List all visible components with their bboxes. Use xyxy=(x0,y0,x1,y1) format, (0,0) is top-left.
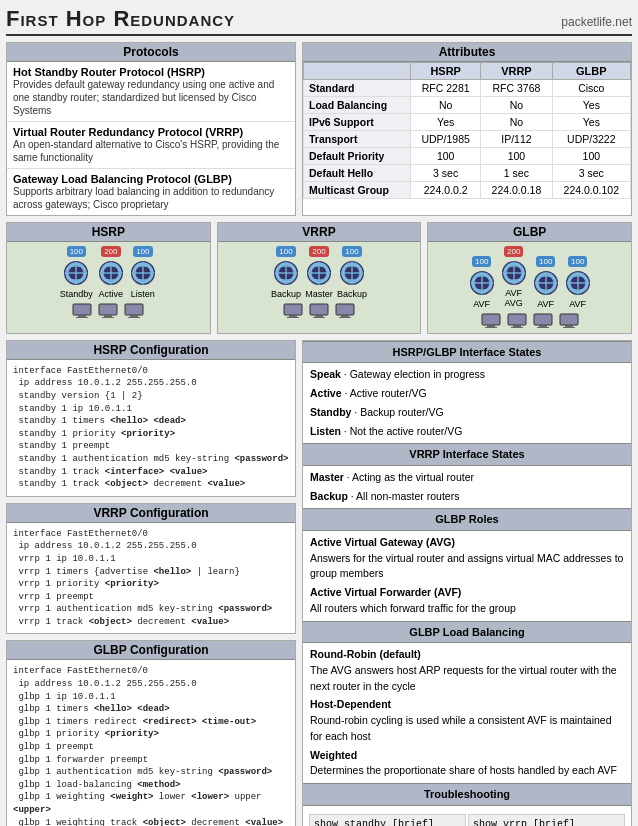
hsrp-config-box: HSRP Configuration interface FastEtherne… xyxy=(6,340,296,497)
state-listen-term: Listen xyxy=(310,425,341,437)
svg-rect-64 xyxy=(534,314,552,325)
lb-hostdep: Host-Dependent Round-robin cycling is us… xyxy=(310,697,624,744)
glbp-avf3-label: AVF xyxy=(569,299,586,309)
hsrp-listen-label: Listen xyxy=(131,289,155,299)
vrrp-backup1-label: Backup xyxy=(271,289,301,299)
attr-col-glbp: GLBP xyxy=(552,63,630,80)
glbp-diag-content: 100 AVF 200 xyxy=(432,246,627,309)
vrrp-config-code: interface FastEthernet0/0 ip address 10.… xyxy=(7,523,295,634)
state-listen: Listen · Not the active router/VG xyxy=(310,424,624,440)
protocol-hsrp-name: Hot Standby Router Protocol (HSRP) xyxy=(13,66,289,78)
svg-rect-20 xyxy=(128,317,140,318)
trouble-cmd-2: show vrrp [brief] xyxy=(468,814,625,826)
glbp-avf3-icon xyxy=(564,269,592,297)
glbp-diag-header: GLBP xyxy=(428,223,631,242)
glbp-diagram: GLBP 100 AVF 200 xyxy=(427,222,632,334)
svg-rect-17 xyxy=(102,317,114,318)
attr-row: IPv6 SupportYesNoYes xyxy=(304,114,631,131)
page: First Hop Redundancy packetlife.net Prot… xyxy=(0,0,638,826)
svg-rect-16 xyxy=(104,315,112,317)
lb-weighted-desc: Determines the proportionate share of ho… xyxy=(310,763,624,779)
state-standby: Standby · Backup router/VG xyxy=(310,405,624,421)
svg-rect-37 xyxy=(315,315,323,317)
vrrp-backup1-speed: 100 xyxy=(276,246,295,257)
svg-rect-66 xyxy=(537,327,549,328)
vrrp-computers xyxy=(222,303,417,319)
lb-roundrobin-desc: The AVG answers host ARP requests for th… xyxy=(310,663,624,695)
state-standby-term: Standby xyxy=(310,406,351,418)
trouble-cmd-1: show standby [brief] xyxy=(309,814,466,826)
state-listen-desc: · Not the active router/VG xyxy=(341,425,462,437)
svg-rect-12 xyxy=(73,304,91,315)
protocol-glbp: Gateway Load Balancing Protocol (GLBP) S… xyxy=(7,169,295,215)
glbp-avf2-label: AVF xyxy=(537,299,554,309)
vrrp-computer-2 xyxy=(309,303,329,319)
state-backup-term: Backup xyxy=(310,490,348,502)
state-backup: Backup · All non-master routers xyxy=(310,489,624,505)
hsrp-config-code: interface FastEthernet0/0 ip address 10.… xyxy=(7,360,295,496)
glbp-computer-3 xyxy=(533,313,553,329)
glbp-computer-2 xyxy=(507,313,527,329)
svg-rect-68 xyxy=(565,325,573,327)
hsrp-standby-label: Standby xyxy=(60,289,93,299)
vrrp-master-speed: 200 xyxy=(309,246,328,257)
hsrp-standby-icon xyxy=(62,259,90,287)
role-avf-term: Active Virtual Forwarder (AVF) xyxy=(310,585,624,601)
svg-rect-69 xyxy=(563,327,575,328)
svg-rect-60 xyxy=(485,327,497,328)
svg-rect-36 xyxy=(310,304,328,315)
glbp-avg-speed: 200 xyxy=(504,246,523,257)
diagrams-section: HSRP 100 Standby 200 xyxy=(6,222,632,334)
vrrp-master-label: Master xyxy=(305,289,333,299)
lb-roundrobin-term: Round-Robin (default) xyxy=(310,647,624,663)
state-master-term: Master xyxy=(310,471,344,483)
vrrp-computer-1 xyxy=(283,303,303,319)
svg-rect-65 xyxy=(539,325,547,327)
troubleshooting-header: Troubleshooting xyxy=(303,783,631,806)
attr-col-vrrp: VRRP xyxy=(481,63,552,80)
svg-rect-14 xyxy=(76,317,88,318)
glbp-avf1-node: 100 AVF xyxy=(468,256,496,309)
attr-col-hsrp: HSRP xyxy=(411,63,481,80)
glbp-computer-4 xyxy=(559,313,579,329)
role-avf: Active Virtual Forwarder (AVF) All route… xyxy=(310,585,624,617)
vrrp-config-header: VRRP Configuration xyxy=(7,504,295,523)
state-active: Active · Active router/VG xyxy=(310,386,624,402)
trouble-commands: show standby [brief] show vrrp [brief] s… xyxy=(303,810,631,826)
role-avg-desc: Answers for the virtual router and assig… xyxy=(310,551,624,583)
svg-rect-19 xyxy=(130,315,138,317)
state-speak: Speak · Gateway election in progress xyxy=(310,367,624,383)
protocol-vrrp-name: Virtual Router Redundancy Protocol (VRRP… xyxy=(13,126,289,138)
attributes-box: Attributes HSRP VRRP GLBP StandardRFC 22… xyxy=(302,42,632,216)
attr-row: Default Priority100100100 xyxy=(304,148,631,165)
page-title: First Hop Redundancy xyxy=(6,6,235,32)
glbp-config-box: GLBP Configuration interface FastEtherne… xyxy=(6,640,296,826)
hsrp-standby-speed: 100 xyxy=(67,246,86,257)
attributes-table: HSRP VRRP GLBP StandardRFC 2281RFC 3768C… xyxy=(303,62,631,199)
lb-weighted-term: Weighted xyxy=(310,748,624,764)
protocol-vrrp-desc: An open-standard alternative to Cisco's … xyxy=(13,138,289,164)
glbp-avg-icon xyxy=(500,259,528,287)
attr-row: TransportUDP/1985IP/112UDP/3222 xyxy=(304,131,631,148)
state-backup-desc: · All non-master routers xyxy=(348,490,459,502)
svg-rect-59 xyxy=(487,325,495,327)
glbp-avf1-speed: 100 xyxy=(472,256,491,267)
state-master: Master · Acting as the virtual router xyxy=(310,470,624,486)
vrrp-backup1-icon xyxy=(272,259,300,287)
vrrp-backup2-label: Backup xyxy=(337,289,367,299)
vrrp-backup2-icon xyxy=(338,259,366,287)
svg-rect-67 xyxy=(560,314,578,325)
hsrp-standby-node: 100 Standby xyxy=(60,246,93,299)
glbp-computers xyxy=(432,313,627,329)
right-column: HSRP/GLBP Interface States Speak · Gatew… xyxy=(302,340,632,826)
glbp-roles-header: GLBP Roles xyxy=(303,508,631,531)
role-avg: Active Virtual Gateway (AVG) Answers for… xyxy=(310,535,624,582)
svg-rect-41 xyxy=(339,317,351,318)
glbp-avf2-icon xyxy=(532,269,560,297)
state-speak-desc: · Gateway election in progress xyxy=(341,368,485,380)
vrrp-master-icon xyxy=(305,259,333,287)
attr-row: Multicast Group224.0.0.2224.0.0.18224.0.… xyxy=(304,182,631,199)
protocol-vrrp: Virtual Router Redundancy Protocol (VRRP… xyxy=(7,122,295,169)
hsrp-listen-speed: 100 xyxy=(133,246,152,257)
glbp-avg-node: 200 AVFAVG xyxy=(500,246,528,309)
